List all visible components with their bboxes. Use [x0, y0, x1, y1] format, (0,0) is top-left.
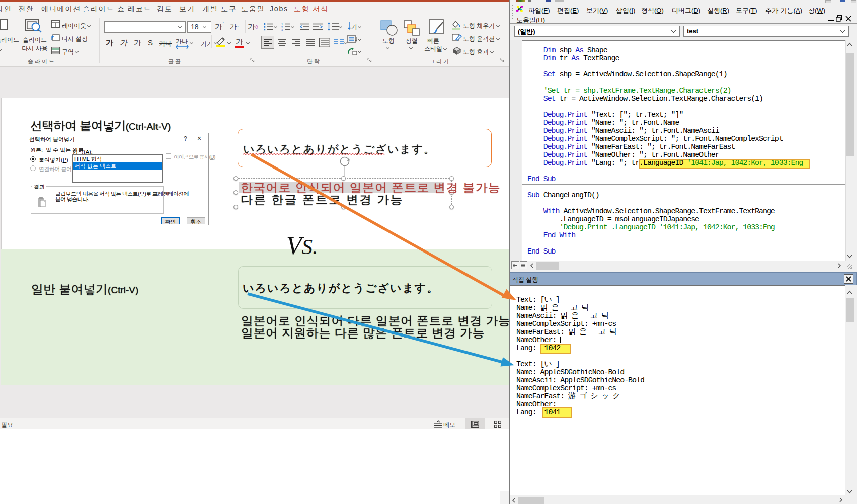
svg-text:가: 가 — [351, 23, 357, 30]
svg-text:3: 3 — [281, 28, 283, 31]
